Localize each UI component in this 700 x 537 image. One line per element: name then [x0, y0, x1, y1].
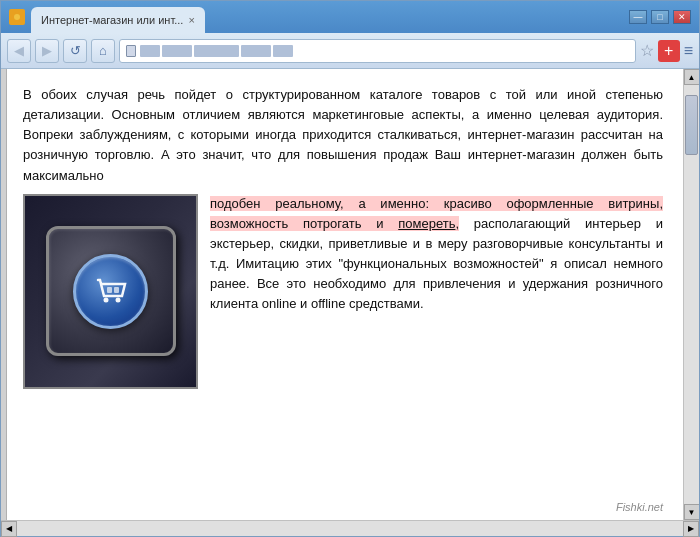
svg-rect-4: [107, 287, 112, 293]
article-top-paragraph: В обоих случая речь пойдет о структуриро…: [23, 85, 663, 186]
article-text-right: подобен реальному, а именно: красиво офо…: [210, 194, 663, 315]
page-content: В обоих случая речь пойдет о структуриро…: [7, 69, 683, 520]
maximize-button[interactable]: □: [651, 10, 669, 24]
addr-block-2: [162, 45, 192, 57]
keyboard-key-visual: [46, 226, 176, 356]
addr-block-4: [241, 45, 271, 57]
active-tab[interactable]: Интернет-магазин или инт... ×: [31, 7, 205, 33]
svg-point-3: [115, 298, 120, 303]
minimize-button[interactable]: —: [629, 10, 647, 24]
forward-button[interactable]: ▶: [35, 39, 59, 63]
content-area: В обоих случая речь пойдет о структуриро…: [1, 69, 699, 520]
horizontal-scrollbar[interactable]: ◀ ▶: [1, 520, 699, 536]
scroll-left-arrow[interactable]: ◀: [1, 521, 17, 537]
svg-point-1: [14, 14, 20, 20]
home-button[interactable]: ⌂: [91, 39, 115, 63]
scroll-down-arrow[interactable]: ▼: [684, 504, 700, 520]
svg-point-2: [103, 298, 108, 303]
title-bar: Интернет-магазин или инт... × — □ ✕: [1, 1, 699, 33]
nav-right-controls: ☆ + ≡: [640, 40, 693, 62]
browser-window: Интернет-магазин или инт... × — □ ✕ ◀ ▶ …: [0, 0, 700, 537]
add-button[interactable]: +: [658, 40, 680, 62]
address-content: [140, 45, 293, 57]
window-controls: — □ ✕: [629, 10, 691, 24]
scroll-right-arrow[interactable]: ▶: [683, 521, 699, 537]
svg-rect-5: [114, 287, 119, 293]
tab-close-button[interactable]: ×: [188, 14, 194, 26]
underlined-text: помереть: [398, 216, 455, 231]
back-button[interactable]: ◀: [7, 39, 31, 63]
page-icon: [126, 45, 136, 57]
scroll-up-arrow[interactable]: ▲: [684, 69, 700, 85]
article-image: [23, 194, 198, 389]
bookmark-star-icon[interactable]: ☆: [640, 41, 654, 60]
scroll-track[interactable]: [684, 85, 699, 504]
vertical-scrollbar[interactable]: ▲ ▼: [683, 69, 699, 520]
addr-block-1: [140, 45, 160, 57]
article-text-block: подобен реальному, а именно: красиво офо…: [210, 194, 663, 389]
watermark: Fishki.net: [616, 499, 663, 516]
navigation-bar: ◀ ▶ ↺ ⌂ ☆ + ≡: [1, 33, 699, 69]
browser-favicon: [9, 9, 25, 25]
close-button[interactable]: ✕: [673, 10, 691, 24]
highlighted-text: подобен реальному, а именно: красиво офо…: [210, 196, 663, 231]
h-scroll-track[interactable]: [17, 521, 683, 536]
shopping-cart-circle: [73, 254, 148, 329]
tab-label: Интернет-магазин или инт...: [41, 14, 183, 26]
address-bar[interactable]: [119, 39, 636, 63]
menu-button[interactable]: ≡: [684, 42, 693, 60]
cart-icon: [90, 270, 132, 312]
article-image-row: подобен реальному, а именно: красиво офо…: [23, 194, 663, 389]
scroll-thumb[interactable]: [685, 95, 698, 155]
addr-block-5: [273, 45, 293, 57]
refresh-button[interactable]: ↺: [63, 39, 87, 63]
addr-block-3: [194, 45, 239, 57]
